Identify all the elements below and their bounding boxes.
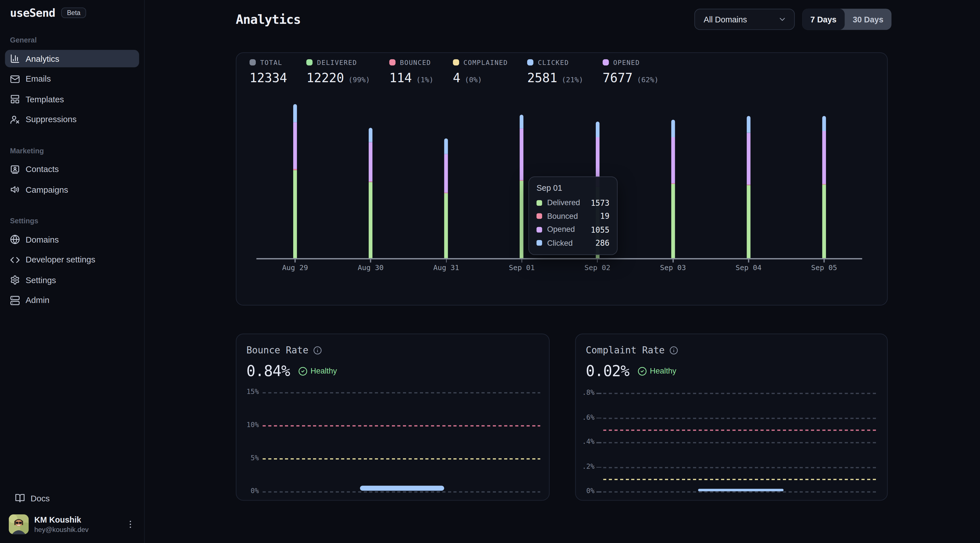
sidebar-item-contacts[interactable]: Contacts	[5, 161, 139, 178]
sidebar-item-domains[interactable]: Domains	[5, 231, 139, 248]
tooltip-row-delivered: Delivered1573	[536, 198, 609, 207]
user-menu[interactable]: KM Koushik hey@koushik.dev	[9, 514, 135, 534]
sidebar-item-label: Settings	[25, 275, 56, 284]
bar-sep-01-clicked[interactable]	[520, 114, 524, 129]
bar-aug-29-clicked[interactable]	[293, 104, 297, 122]
bar-aug-30-clicked[interactable]	[369, 127, 372, 142]
bar-sep-01-delivered[interactable]	[520, 181, 524, 258]
info-icon[interactable]	[313, 346, 322, 355]
tooltip-chip	[536, 213, 542, 219]
chevron-down-icon	[778, 15, 787, 24]
danger-line	[603, 430, 878, 431]
bounce-rate-card: Bounce Rate 0.84% Healthy 15%10%5%0%	[236, 333, 550, 501]
tooltip-value: 19	[600, 211, 609, 221]
complaint-rate-value-row: 0.02% Healthy	[586, 362, 676, 380]
nav-group-label: Settings	[0, 216, 144, 225]
sidebar-item-analytics[interactable]: Analytics	[5, 50, 139, 67]
bounce-status-badge: Healthy	[298, 367, 337, 376]
bar-sep-05-clicked[interactable]	[822, 116, 826, 131]
bar-sep-02-clicked[interactable]	[595, 122, 599, 137]
x-axis-label: Sep 04	[724, 263, 773, 272]
page-title: Analytics	[236, 12, 301, 27]
bar-sep-03-opened[interactable]	[671, 137, 675, 183]
sidebar-item-developer-settings[interactable]: Developer settings	[5, 251, 139, 269]
bar-aug-30-opened[interactable]	[369, 142, 372, 181]
bar-aug-30-bounced[interactable]	[369, 181, 372, 182]
nav-group-label: General	[0, 35, 144, 45]
range-toggle: 7 Days 30 Days	[802, 9, 891, 30]
domain-select-value: All Domains	[704, 15, 747, 24]
info-icon[interactable]	[670, 346, 679, 355]
tooltip-label: Bounced	[547, 212, 578, 221]
bar-aug-31-bounced[interactable]	[444, 192, 448, 193]
gridline-6	[603, 418, 878, 419]
tooltip-label: Opened	[547, 225, 575, 234]
chart-column-icon	[10, 54, 20, 64]
bar-aug-31-clicked[interactable]	[444, 138, 448, 154]
user-x-icon	[10, 114, 20, 124]
bar-aug-29-bounced[interactable]	[293, 169, 297, 170]
x-axis-label: Sep 03	[648, 263, 698, 272]
y-axis-label: 10%	[237, 421, 259, 429]
tooltip-label: Clicked	[547, 239, 573, 248]
bar-aug-30-delivered[interactable]	[369, 182, 372, 258]
y-axis-label: 0%	[237, 487, 259, 495]
sidebar-item-label: Templates	[25, 94, 64, 104]
gridline-8	[603, 393, 878, 394]
bar-aug-29-delivered[interactable]	[293, 170, 297, 258]
bar-sep-03-bounced[interactable]	[671, 183, 675, 184]
sidebar-item-docs[interactable]: Docs	[10, 489, 134, 507]
tooltip-chip	[536, 200, 542, 205]
bar-sep-05-delivered[interactable]	[822, 184, 826, 258]
y-axis-label: .4%	[576, 438, 595, 446]
bar-sep-01-bounced[interactable]	[520, 180, 524, 181]
sidebar-item-admin[interactable]: Admin	[5, 292, 139, 309]
app-root: useSend Beta GeneralAnalyticsEmailsTempl…	[0, 0, 980, 543]
domain-select[interactable]: All Domains	[694, 9, 795, 30]
gridline-0	[603, 491, 878, 492]
bar-sep-01-opened[interactable]	[520, 129, 524, 180]
y-axis-tick	[597, 418, 601, 418]
tooltip-value: 1573	[591, 198, 609, 208]
y-axis-tick	[597, 467, 601, 468]
bar-sep-05-bounced[interactable]	[822, 184, 826, 184]
bar-aug-29-opened[interactable]	[293, 122, 297, 169]
gridline-5	[262, 458, 540, 459]
bar-sep-03-clicked[interactable]	[671, 120, 675, 137]
bar-aug-31-opened[interactable]	[444, 154, 448, 192]
sidebar-item-suppressions[interactable]: Suppressions	[5, 111, 139, 129]
contact-card-icon	[10, 164, 20, 174]
tooltip-row-opened: Opened1055	[536, 225, 609, 234]
x-axis-label: Sep 02	[573, 263, 622, 272]
docs-label: Docs	[30, 494, 50, 503]
x-axis-label: Sep 05	[799, 263, 849, 272]
range-7days-button[interactable]: 7 Days	[802, 9, 845, 30]
bar-sep-05-opened[interactable]	[822, 131, 826, 184]
sidebar-item-label: Analytics	[25, 54, 59, 63]
sidebar-item-emails[interactable]: Emails	[5, 70, 139, 88]
sidebar-item-label: Admin	[25, 295, 49, 305]
sidebar-item-settings[interactable]: Settings	[5, 271, 139, 289]
x-axis-label: Sep 01	[497, 263, 547, 272]
sidebar-item-campaigns[interactable]: Campaigns	[5, 181, 139, 198]
range-30days-button[interactable]: 30 Days	[845, 9, 891, 30]
y-axis-label: 5%	[237, 454, 259, 462]
sidebar-item-label: Campaigns	[25, 185, 68, 194]
beta-badge: Beta	[61, 7, 86, 18]
bar-sep-04-delivered[interactable]	[747, 185, 750, 258]
rate-series-bar[interactable]	[360, 486, 445, 491]
ellipsis-vertical-icon[interactable]	[125, 519, 135, 530]
bar-sep-04-bounced[interactable]	[747, 184, 750, 185]
bar-aug-31-delivered[interactable]	[444, 193, 448, 258]
bar-sep-03-delivered[interactable]	[671, 184, 675, 258]
bar-sep-04-opened[interactable]	[747, 133, 750, 184]
rate-series-bar[interactable]	[698, 489, 783, 491]
check-circle-icon	[638, 367, 647, 376]
user-meta: KM Koushik hey@koushik.dev	[34, 515, 89, 533]
nav-group: MarketingContactsCampaigns	[0, 146, 144, 198]
sidebar-item-templates[interactable]: Templates	[5, 90, 139, 108]
y-axis-label: .8%	[576, 389, 595, 397]
sidebar-nav: GeneralAnalyticsEmailsTemplatesSuppressi…	[0, 35, 144, 312]
sidebar-item-label: Suppressions	[25, 115, 76, 124]
bar-sep-04-clicked[interactable]	[747, 116, 750, 133]
